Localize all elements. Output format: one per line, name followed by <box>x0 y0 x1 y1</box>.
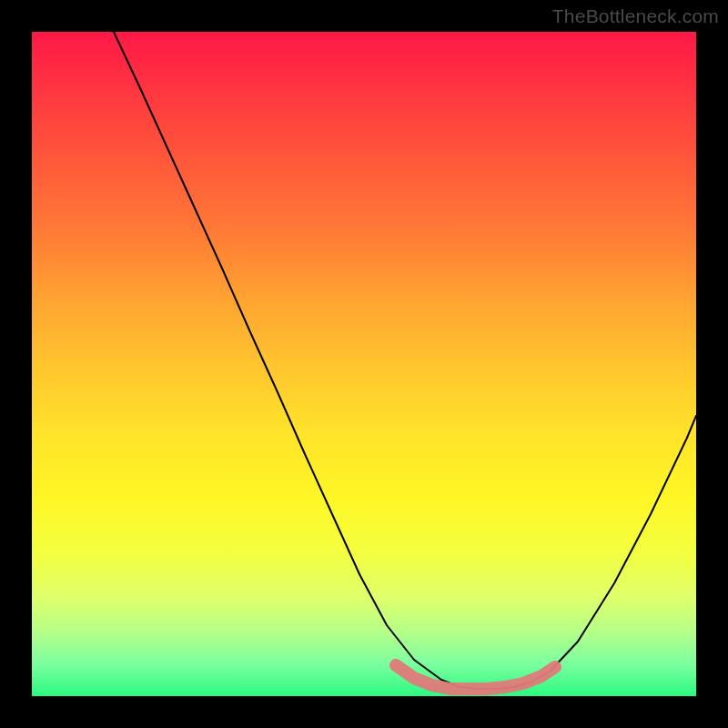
chart-frame: TheBottleneck.com <box>0 0 728 728</box>
bottleneck-curve-line <box>114 32 696 689</box>
plot-area <box>32 32 696 696</box>
watermark-text: TheBottleneck.com <box>552 5 719 27</box>
curve-svg <box>32 32 696 696</box>
curve-highlight <box>396 665 555 689</box>
